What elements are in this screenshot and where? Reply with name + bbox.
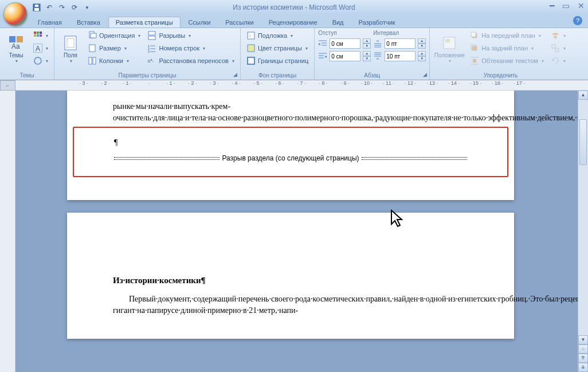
browse-object-button[interactable]: ○ [578, 344, 588, 354]
document-heading[interactable]: Из·истории·косметики¶ [113, 276, 468, 285]
bring-front-button[interactable]: На передний план▾ [468, 30, 546, 41]
svg-rect-9 [34, 34, 36, 37]
tab-insert[interactable]: Вставка [70, 17, 107, 28]
svg-rect-10 [37, 34, 39, 37]
svg-rect-51 [473, 59, 476, 62]
undo-icon[interactable]: ↶ [44, 2, 55, 13]
hyphenation-button[interactable]: bª-Расстановка переносов▾ [145, 55, 236, 66]
position-button[interactable]: Положение▾ [433, 30, 465, 69]
section-break-indicator[interactable]: Разрыв раздела (со следующей страницы) [114, 154, 467, 162]
group-paragraph: Отступ ▲▼ ▲▼ Интервал ▲▼ [315, 28, 430, 80]
redo-icon[interactable]: ↷ [56, 2, 68, 13]
prev-page-button[interactable]: ⇈ [578, 354, 588, 363]
pilcrow-icon: ¶ [114, 138, 117, 147]
paragraph-text[interactable]: рынке·мы·начали·выпускать·крем-очистител… [113, 101, 468, 123]
svg-rect-21 [148, 36, 155, 40]
columns-button[interactable]: Колонки▾ [85, 55, 143, 66]
space-before-input[interactable] [385, 38, 415, 49]
svg-rect-4 [17, 36, 23, 42]
indent-left-input[interactable] [330, 38, 360, 49]
ribbon-tabs: Главная Вставка Разметка страницы Ссылки… [0, 15, 588, 28]
theme-fonts-button[interactable]: A▾ [31, 42, 50, 54]
line-numbers-button[interactable]: 123Номера строк▾ [145, 42, 236, 54]
spin-up[interactable]: ▲ [418, 38, 426, 44]
office-button[interactable] [3, 2, 28, 26]
spin-up[interactable]: ▲ [363, 51, 371, 56]
window-title: Из истории косметики - Microsoft Word [233, 3, 355, 11]
horizontal-ruler[interactable]: · 3 ·· 2 ·· 1 ··· 1 ·· 2 ·· 3 ·· 4 ·· 5 … [15, 80, 588, 91]
page-color-button[interactable]: Цвет страницы▾ [244, 42, 311, 54]
margins-button[interactable]: Поля▾ [58, 30, 83, 69]
help-icon[interactable]: ? [573, 16, 582, 25]
spin-down[interactable]: ▼ [363, 56, 371, 61]
space-before-icon [373, 39, 382, 48]
svg-rect-11 [40, 34, 42, 37]
breaks-button[interactable]: Разрывы▾ [145, 30, 236, 41]
tab-page-layout[interactable]: Разметка страницы [108, 17, 181, 28]
spin-up[interactable]: ▲ [363, 38, 371, 44]
qat-dropdown-icon[interactable]: ▼ [81, 2, 93, 13]
page-borders-button[interactable]: Границы страниц [244, 55, 311, 66]
close-button[interactable]: ✕ [578, 1, 585, 10]
minimize-button[interactable]: ━ [550, 1, 554, 10]
align-button[interactable]: ▾ [548, 30, 568, 41]
watermark-button[interactable]: AПодложка▾ [244, 30, 311, 41]
tab-references[interactable]: Ссылки [182, 17, 218, 28]
quick-access-toolbar: ↶ ↷ ⟳ ▼ [31, 2, 93, 13]
svg-rect-19 [93, 57, 96, 64]
svg-rect-58 [555, 48, 559, 52]
svg-text:bª-: bª- [148, 58, 154, 64]
document-area[interactable]: рынке·мы·начали·выпускать·крем-очистител… [15, 91, 578, 372]
spin-down[interactable]: ▼ [418, 56, 426, 61]
group-page-setup: Поля▾ Ориентация▾ Размер▾ Колонки▾ Разры… [54, 28, 241, 80]
svg-rect-2 [35, 5, 38, 7]
text-wrap-button[interactable]: Обтекание текстом▾ [468, 55, 546, 66]
save-icon[interactable] [31, 2, 42, 13]
tab-home[interactable]: Главная [31, 17, 69, 28]
tab-developer[interactable]: Разработчик [352, 17, 402, 28]
scroll-down-button[interactable]: ▼ [578, 335, 588, 344]
svg-rect-6 [34, 32, 36, 34]
spin-down[interactable]: ▼ [418, 44, 426, 49]
space-after-input[interactable] [385, 51, 415, 61]
theme-effects-button[interactable]: ▾ [31, 55, 50, 66]
scroll-thumb[interactable] [579, 119, 587, 165]
tab-mailings[interactable]: Рассылки [218, 17, 260, 28]
svg-rect-55 [552, 33, 558, 35]
rotate-button[interactable]: ▾ [548, 55, 568, 66]
svg-rect-20 [148, 32, 155, 35]
ribbon: Aa Темы▾ ▾ A▾ ▾ Темы Поля▾ Ориентация▾ Р… [0, 28, 588, 80]
theme-colors-button[interactable]: ▾ [31, 30, 50, 41]
vertical-scrollbar[interactable]: ▲ ▼ ○ ⇈ ⇊ [578, 91, 588, 372]
page-2: Из·истории·косметики¶ Первый·документ,·с… [67, 213, 514, 339]
spin-up[interactable]: ▲ [418, 51, 426, 56]
paragraph-text[interactable]: Первый·документ,·содержащий·перечень·сво… [113, 293, 468, 316]
maximize-button[interactable]: ▭ [562, 1, 570, 10]
themes-button[interactable]: Aa Темы▾ [3, 30, 29, 69]
indent-left-icon [318, 39, 327, 48]
paragraph-launcher[interactable]: ◢ [421, 72, 428, 79]
svg-rect-56 [554, 36, 557, 38]
svg-rect-48 [471, 32, 476, 37]
svg-text:A: A [249, 34, 252, 38]
indent-right-input[interactable] [330, 51, 360, 61]
svg-rect-3 [9, 36, 15, 42]
page-setup-launcher[interactable]: ◢ [232, 72, 239, 79]
group-button[interactable]: ▾ [548, 42, 568, 54]
repeat-icon[interactable]: ⟳ [69, 2, 80, 13]
tab-review[interactable]: Рецензирование [262, 17, 324, 28]
group-themes: Aa Темы▾ ▾ A▾ ▾ Темы [0, 28, 54, 80]
space-before-row: ▲▼ [373, 38, 426, 49]
tab-view[interactable]: Вид [326, 17, 351, 28]
orientation-button[interactable]: Ориентация▾ [85, 30, 143, 41]
next-page-button[interactable]: ⇊ [578, 363, 588, 372]
scroll-up-button[interactable]: ▲ [578, 91, 588, 100]
size-button[interactable]: Размер▾ [85, 42, 143, 54]
spin-down[interactable]: ▼ [363, 44, 371, 49]
svg-point-12 [34, 57, 41, 64]
svg-rect-57 [552, 45, 555, 48]
ruler-corner[interactable]: ⌐ [0, 80, 15, 91]
send-back-button[interactable]: На задний план▾ [468, 42, 546, 54]
svg-rect-18 [89, 57, 92, 64]
vertical-ruler[interactable] [0, 91, 15, 372]
